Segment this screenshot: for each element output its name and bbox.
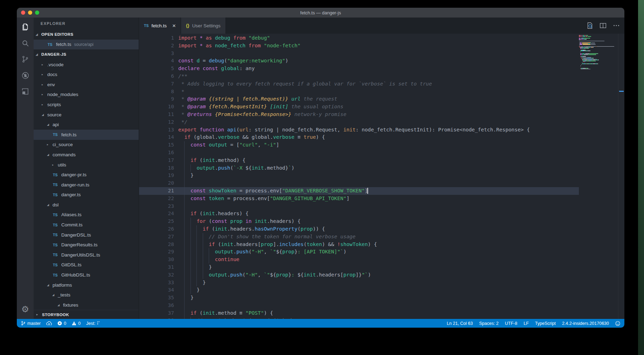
tree-file-Aliases.ts[interactable]: TSAliases.ts xyxy=(34,210,139,220)
code-editor[interactable]: 1import * as debug from "debug"2import *… xyxy=(139,34,579,319)
line-number: 12 xyxy=(139,118,178,126)
tree-file-danger-run.ts[interactable]: TSdanger-run.ts xyxy=(34,180,139,190)
tree-file-DangerUtilsDSL.ts[interactable]: TSDangerUtilsDSL.ts xyxy=(34,250,139,260)
tree-folder-utils[interactable]: ▸utils xyxy=(34,160,139,170)
typescript-file-icon: TS xyxy=(48,42,56,47)
code-line: 35 } xyxy=(139,294,579,302)
smiley-icon[interactable] xyxy=(615,321,620,326)
indent-guide xyxy=(209,256,209,264)
item-label: api xyxy=(53,122,59,127)
tree-folder-source[interactable]: ◢source xyxy=(34,110,139,120)
tree-folder-scripts[interactable]: ▸scripts xyxy=(34,100,139,110)
tree-folder-ci_source[interactable]: ▸ci_source xyxy=(34,140,139,150)
tree-folder-dsl[interactable]: ◢dsl xyxy=(34,200,139,210)
typescript-file-icon: TS xyxy=(144,23,148,28)
settings-button[interactable]: ⚙ xyxy=(17,302,34,316)
tree-folder-platforms[interactable]: ◢platforms xyxy=(34,280,139,290)
tree-file-fetch.ts[interactable]: TSfetch.tssource/api xyxy=(34,40,139,50)
line-content: * xyxy=(178,88,579,96)
tree-file-fetch.ts[interactable]: TSfetch.ts xyxy=(34,130,139,140)
line-content: * @param {fetch.RequestInit} [init] the … xyxy=(178,103,579,111)
status-jest[interactable]: Jest: ⠏ xyxy=(86,321,100,326)
chevron-expanded-icon: ◢ xyxy=(47,203,53,206)
tab-user-settings[interactable]: {}User Settings xyxy=(181,18,226,34)
indent-guide xyxy=(196,256,197,264)
indent-guide xyxy=(203,271,203,279)
indent-guide xyxy=(191,248,191,256)
tree-folder-env[interactable]: ▸env xyxy=(34,80,139,90)
status-2-4-2-insiders-20170630[interactable]: 2.4.2-insiders.20170630 xyxy=(562,321,609,326)
indent-guide xyxy=(191,218,191,225)
code-line: 1import * as debug from "debug" xyxy=(139,34,579,42)
tree-file-DangerDSL.ts[interactable]: TSDangerDSL.ts xyxy=(34,230,139,240)
split-editor-button[interactable] xyxy=(599,22,607,29)
code-line: 36 xyxy=(139,302,579,309)
indent-guide xyxy=(191,271,191,279)
desktop-background-edge xyxy=(638,0,644,355)
code-line: 28 if (init.headers[prop].includes(token… xyxy=(139,241,579,248)
more-actions-button[interactable] xyxy=(612,22,620,29)
indent-guide xyxy=(203,241,203,248)
overview-ruler[interactable] xyxy=(618,34,624,319)
item-label: Commit.ts xyxy=(61,222,83,227)
minimap[interactable] xyxy=(579,34,618,319)
code-line: 16 xyxy=(139,149,579,157)
indent-guide xyxy=(191,225,191,233)
indent-guide xyxy=(184,264,185,271)
item-label: docs xyxy=(47,72,57,77)
line-number: 19 xyxy=(139,172,178,179)
status-label: Ln 21, Col 63 xyxy=(447,321,473,326)
indent-guide xyxy=(191,164,191,172)
tree-folder-commands[interactable]: ◢commands xyxy=(34,150,139,160)
traffic-light-zoom-button[interactable] xyxy=(35,11,39,15)
activity-item-extensions[interactable] xyxy=(17,84,34,100)
status-master[interactable]: master xyxy=(21,321,41,326)
cloud-upload-icon[interactable] xyxy=(46,321,52,326)
tree-folder-.vscode[interactable]: ▸.vscode xyxy=(34,60,139,70)
indent-guide xyxy=(191,241,191,248)
open-preview-button[interactable] xyxy=(586,22,594,29)
tree-folder-api[interactable]: ◢api xyxy=(34,120,139,130)
tree-folder-node_modules[interactable]: ▸node_modules xyxy=(34,90,139,100)
activity-item-explorer[interactable] xyxy=(17,20,34,36)
line-content: if (init.headers) { xyxy=(178,210,579,218)
chevron-expanded-icon: ◢ xyxy=(42,113,47,116)
status-0[interactable]: 0 xyxy=(57,321,66,326)
status-ln-21-col-63[interactable]: Ln 21, Col 63 xyxy=(447,321,473,326)
tree-file-DangerResults.ts[interactable]: TSDangerResults.ts xyxy=(34,240,139,250)
typescript-file-icon: TS xyxy=(53,183,61,187)
tree-folder-docs[interactable]: ▸docs xyxy=(34,69,139,80)
chevron-collapsed-icon: ▸ xyxy=(42,73,47,76)
status-0[interactable]: 0 xyxy=(72,321,81,326)
item-label: source xyxy=(47,112,62,117)
tree-file-GitHubDSL.ts[interactable]: TSGitHubDSL.ts xyxy=(34,270,139,280)
tree-folder-fixtures[interactable]: ◢fixtures xyxy=(34,300,139,310)
line-number: 1 xyxy=(139,34,178,42)
indent-guide xyxy=(191,286,191,294)
line-number: 2 xyxy=(139,42,178,50)
activity-item-search[interactable] xyxy=(17,36,34,52)
status-typescript[interactable]: TypeScript xyxy=(535,321,556,326)
activity-item-source-control[interactable] xyxy=(17,52,34,68)
typescript-file-icon: TS xyxy=(53,223,61,227)
tree-file-danger-pr.ts[interactable]: TSdanger-pr.ts xyxy=(34,170,139,180)
traffic-light-minimize-button[interactable] xyxy=(28,11,32,15)
item-label: danger.ts xyxy=(61,192,81,197)
tab-fetch.ts[interactable]: TSfetch.ts× xyxy=(139,18,181,34)
status-lf[interactable]: LF xyxy=(524,321,529,326)
line-content: const token = process.env["DANGER_GITHUB… xyxy=(178,195,579,203)
item-label: fetch.ts xyxy=(61,132,77,137)
activity-item-debug[interactable] xyxy=(17,68,34,84)
traffic-light-close-button[interactable] xyxy=(21,11,25,15)
status-spaces-2[interactable]: Spaces: 2 xyxy=(479,321,499,326)
tree-folder-_tests[interactable]: ◢_tests xyxy=(34,290,139,300)
tree-file-GitDSL.ts[interactable]: TSGitDSL.ts xyxy=(34,260,139,270)
sidebar-section-storybook[interactable]: ▸ STORYBOOK xyxy=(34,310,139,319)
tree-file-danger.ts[interactable]: TSdanger.ts xyxy=(34,190,139,200)
chevron-collapsed-icon: ▸ xyxy=(42,103,47,106)
close-tab-icon[interactable]: × xyxy=(172,23,176,29)
tree-file-Commit.ts[interactable]: TSCommit.ts xyxy=(34,220,139,230)
sidebar-section-danger-js[interactable]: ◢DANGER-JS xyxy=(34,49,139,60)
sidebar-section-open-editors[interactable]: ◢OPEN EDITORS xyxy=(34,29,139,40)
status-utf-8[interactable]: UTF-8 xyxy=(505,321,517,326)
